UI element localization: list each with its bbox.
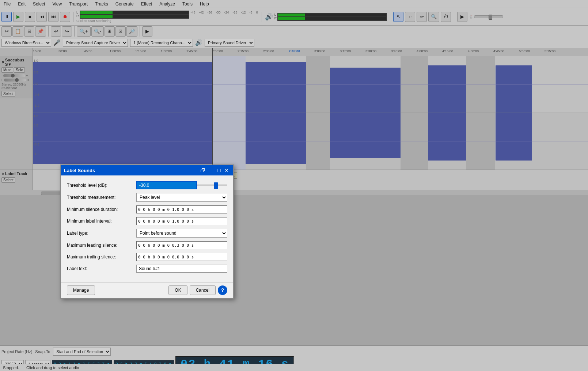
dialog-btn-group: OK Cancel ?: [168, 285, 227, 295]
label-text-label: Label text:: [67, 266, 136, 271]
min-interval-label: Minimum label interval:: [67, 219, 136, 224]
max-trailing-label: Maximum trailing silence:: [67, 254, 136, 260]
threshold-row: Threshold level (dB):: [67, 181, 227, 189]
threshold-slider-container: [197, 185, 227, 186]
dialog-restore-btn[interactable]: 🗗: [199, 167, 207, 173]
cancel-button[interactable]: Cancel: [190, 285, 216, 295]
max-trailing-row: Maximum trailing silence:: [67, 253, 227, 261]
dialog-minimize-btn[interactable]: —: [208, 167, 216, 173]
max-leading-input[interactable]: [136, 241, 227, 249]
measurement-select[interactable]: Peak level RMS level: [136, 193, 227, 202]
label-text-row: Label text:: [67, 265, 227, 273]
ok-button[interactable]: OK: [168, 285, 187, 295]
manage-button[interactable]: Manage: [67, 285, 95, 295]
max-leading-label: Maximum leading silence:: [67, 243, 136, 248]
help-button[interactable]: ?: [218, 285, 227, 295]
threshold-slider[interactable]: [197, 185, 227, 186]
dialog-title: Label Sounds: [64, 168, 95, 173]
dialog-maximize-btn[interactable]: □: [216, 167, 222, 173]
min-silence-label: Minimum silence duration:: [67, 207, 136, 212]
threshold-input[interactable]: [136, 181, 197, 189]
max-trailing-input[interactable]: [136, 253, 227, 261]
label-type-select[interactable]: Point before sound Sound Start and End o…: [136, 229, 227, 238]
dialog-titlebar-controls: 🗗 — □ ✕: [199, 167, 230, 173]
min-silence-row: Minimum silence duration:: [67, 205, 227, 213]
label-text-input[interactable]: [136, 265, 227, 273]
dialog-footer: Manage OK Cancel ?: [61, 282, 233, 298]
threshold-slider-thumb[interactable]: [214, 182, 218, 189]
min-silence-input[interactable]: [136, 205, 227, 213]
label-type-label: Label type:: [67, 231, 136, 236]
dialog-close-btn[interactable]: ✕: [223, 167, 230, 173]
dialog-titlebar: Label Sounds 🗗 — □ ✕: [61, 165, 233, 175]
label-type-row: Label type: Point before sound Sound Sta…: [67, 229, 227, 238]
label-sounds-dialog: Label Sounds 🗗 — □ ✕ Threshold level (dB…: [60, 164, 234, 299]
measurement-row: Threshold measurement: Peak level RMS le…: [67, 193, 227, 202]
min-interval-input[interactable]: [136, 217, 227, 225]
dialog-body: Threshold level (dB): Threshold measurem…: [61, 175, 233, 282]
measurement-label: Threshold measurement:: [67, 195, 136, 200]
min-interval-row: Minimum label interval:: [67, 217, 227, 225]
max-leading-row: Maximum leading silence:: [67, 241, 227, 249]
threshold-label: Threshold level (dB):: [67, 183, 136, 188]
